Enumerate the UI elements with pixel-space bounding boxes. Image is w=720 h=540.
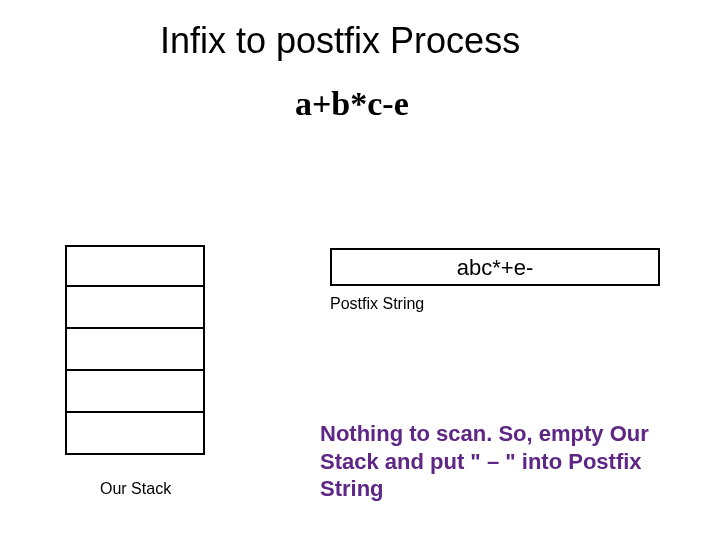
stack-cell bbox=[65, 413, 205, 455]
explanation-text: Nothing to scan. So, empty Our Stack and… bbox=[320, 420, 690, 503]
stack-cell bbox=[65, 371, 205, 413]
postfix-output: abc*+e- bbox=[330, 248, 660, 286]
stack-visual bbox=[65, 245, 205, 455]
infix-expression: a+b*c-e bbox=[295, 85, 409, 123]
page-title: Infix to postfix Process bbox=[160, 20, 520, 62]
stack-cell bbox=[65, 245, 205, 287]
stack-cell bbox=[65, 329, 205, 371]
stack-cell bbox=[65, 287, 205, 329]
postfix-label: Postfix String bbox=[330, 295, 424, 313]
stack-label: Our Stack bbox=[100, 480, 171, 498]
